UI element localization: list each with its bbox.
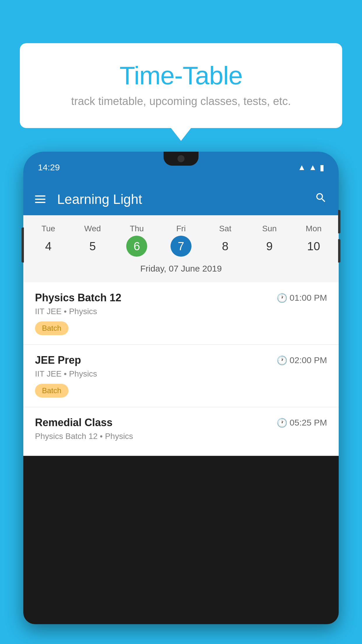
search-button[interactable] (315, 192, 327, 207)
menu-button[interactable] (35, 195, 45, 203)
phone-frame: 14:29 ▲ ▲ ▮ Learning Light (23, 152, 339, 624)
schedule-subtitle: IIT JEE • Physics (35, 369, 327, 379)
speech-bubble-container: Time-Table track timetable, upcoming cla… (20, 43, 342, 128)
schedule-time: 🕐 05:25 PM (277, 418, 327, 428)
batch-badge: Batch (35, 384, 68, 398)
battery-icon: ▮ (320, 163, 324, 172)
app-bar: Learning Light (23, 183, 339, 215)
day-number: 7 (171, 236, 191, 257)
day-name: Sat (219, 224, 231, 233)
day-col-sun[interactable]: Sun9 (247, 224, 292, 257)
schedule-list: Physics Batch 12🕐 01:00 PMIIT JEE • Phys… (23, 282, 339, 456)
camera (178, 155, 184, 162)
status-icons: ▲ ▲ ▮ (298, 163, 324, 172)
day-number: 10 (303, 236, 324, 257)
bubble-subtitle: track timetable, upcoming classes, tests… (43, 95, 319, 108)
selected-date-label: Friday, 07 June 2019 (26, 260, 336, 279)
schedule-time: 🕐 01:00 PM (277, 293, 327, 303)
speech-bubble: Time-Table track timetable, upcoming cla… (20, 43, 342, 128)
calendar-section: Tue4Wed5Thu6Fri7Sat8Sun9Mon10 Friday, 07… (23, 215, 339, 282)
schedule-item-2[interactable]: Remedial Class🕐 05:25 PMPhysics Batch 12… (23, 407, 339, 456)
app-title: Learning Light (57, 191, 306, 207)
day-col-wed[interactable]: Wed5 (71, 224, 115, 257)
schedule-item-header: JEE Prep🕐 02:00 PM (35, 354, 327, 366)
wifi-icon: ▲ (298, 163, 306, 172)
week-days: Tue4Wed5Thu6Fri7Sat8Sun9Mon10 (26, 221, 336, 260)
volume-down-button (338, 239, 340, 262)
schedule-title: JEE Prep (35, 354, 81, 366)
schedule-item-1[interactable]: JEE Prep🕐 02:00 PMIIT JEE • PhysicsBatch (23, 345, 339, 407)
clock-icon: 🕐 (277, 293, 287, 303)
schedule-item-header: Remedial Class🕐 05:25 PM (35, 416, 327, 429)
schedule-time: 🕐 02:00 PM (277, 355, 327, 365)
day-number: 9 (259, 236, 280, 257)
bubble-title: Time-Table (43, 61, 319, 90)
schedule-item-header: Physics Batch 12🕐 01:00 PM (35, 292, 327, 304)
day-col-thu[interactable]: Thu6 (115, 224, 159, 257)
clock-icon: 🕐 (277, 418, 287, 428)
day-col-fri[interactable]: Fri7 (159, 224, 203, 257)
day-number: 6 (126, 236, 147, 257)
day-col-mon[interactable]: Mon10 (291, 224, 336, 257)
schedule-subtitle: IIT JEE • Physics (35, 307, 327, 316)
schedule-title: Remedial Class (35, 416, 113, 429)
phone-notch (164, 152, 198, 166)
power-button (22, 228, 24, 262)
day-name: Tue (41, 224, 55, 233)
day-name: Mon (306, 224, 321, 233)
day-number: 4 (38, 236, 59, 257)
status-bar: 14:29 ▲ ▲ ▮ (23, 152, 339, 183)
day-name: Sun (262, 224, 277, 233)
day-name: Thu (130, 224, 144, 233)
schedule-subtitle: Physics Batch 12 • Physics (35, 432, 327, 441)
day-col-sat[interactable]: Sat8 (203, 224, 247, 257)
schedule-item-0[interactable]: Physics Batch 12🕐 01:00 PMIIT JEE • Phys… (23, 282, 339, 345)
clock-icon: 🕐 (277, 355, 287, 365)
day-col-tue[interactable]: Tue4 (26, 224, 71, 257)
day-number: 5 (82, 236, 103, 257)
status-time: 14:29 (38, 162, 60, 172)
signal-icon: ▲ (309, 163, 317, 172)
phone-container: 14:29 ▲ ▲ ▮ Learning Light (23, 152, 339, 644)
day-number: 8 (215, 236, 236, 257)
volume-up-button (338, 210, 340, 233)
schedule-title: Physics Batch 12 (35, 292, 121, 304)
batch-badge: Batch (35, 321, 68, 335)
day-name: Fri (176, 224, 186, 233)
day-name: Wed (84, 224, 101, 233)
phone-screen: 14:29 ▲ ▲ ▮ Learning Light (23, 152, 339, 624)
